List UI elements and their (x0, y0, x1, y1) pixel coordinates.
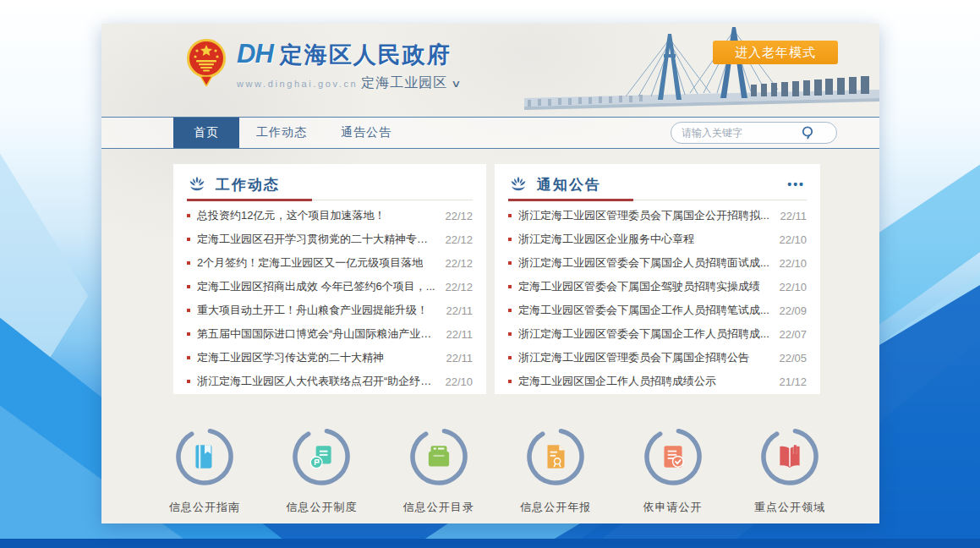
tab-announcements[interactable]: 通告公告 (324, 118, 408, 148)
panel-header: 工作动态 (187, 169, 473, 200)
list-item: 重大项目动土开工！舟山粮食产业园提能升级！ 22/11 (187, 299, 473, 322)
notice-list: 浙江定海工业园区管理委员会下属国企公开招聘拟... 22/11 浙江定海工业园区… (508, 204, 807, 393)
national-emblem-icon (186, 37, 227, 86)
tab-work-news[interactable]: 工作动态 (239, 118, 324, 148)
news-link[interactable]: 定海工业园区管委会下属国企工作人员招聘笔试成... (518, 303, 769, 318)
news-link[interactable]: 浙江定海工业园区管委会下属国企人员招聘面试成... (518, 255, 769, 271)
square-bullet-icon (508, 332, 512, 336)
site-logo[interactable]: DH 定海区人民政府 www.dinghai.gov.cn 定海工业园区 ∨ (237, 39, 460, 92)
news-link[interactable]: 浙江定海工业园区管理委员会下属国企公开招聘拟... (518, 208, 769, 223)
news-link[interactable]: 浙江定海工业园区企业服务中心章程 (518, 232, 694, 247)
square-bullet-icon (187, 285, 190, 288)
square-bullet-icon (187, 380, 190, 383)
list-item: 定海工业园区管委会下属国企驾驶员招聘实操成绩 22/10 (508, 275, 807, 299)
main-nav: 首页 工作动态 通告公告 (101, 117, 879, 149)
square-bullet-icon (508, 309, 512, 312)
news-link[interactable]: 定海工业园区招商出成效 今年已签约6个项目，... (197, 279, 435, 294)
lotus-icon (508, 175, 528, 194)
bg-bottom-strip (0, 539, 980, 548)
title-underline (187, 199, 312, 201)
search-input[interactable] (680, 126, 801, 140)
news-link[interactable]: 定海工业园区国企工作人员招聘成绩公示 (518, 374, 716, 389)
search-button[interactable] (801, 125, 816, 140)
square-bullet-icon (187, 261, 190, 265)
news-link[interactable]: 2个月签约！定海工业园区又一亿元级项目落地 (197, 255, 423, 271)
chevron-down-icon[interactable]: ∨ (451, 78, 461, 90)
quicklink-label: 信息公开指南 (169, 500, 240, 515)
title-underline (508, 199, 633, 201)
square-bullet-icon (187, 356, 190, 359)
news-date: 22/11 (437, 304, 473, 317)
news-link[interactable]: 定海工业园区学习传达党的二十大精神 (197, 350, 384, 365)
square-bullet-icon (187, 309, 190, 312)
list-item: 2个月签约！定海工业园区又一亿元级项目落地 22/12 (187, 251, 473, 275)
tab-home[interactable]: 首页 (173, 118, 239, 148)
news-date: 22/12 (436, 233, 473, 246)
square-bullet-icon (508, 214, 512, 217)
news-date: 22/12 (436, 257, 473, 270)
page-background: DH 定海区人民政府 www.dinghai.gov.cn 定海工业园区 ∨ 进… (0, 0, 980, 548)
subsite-selector[interactable]: 定海工业园区 (361, 74, 447, 92)
annual-report-icon (539, 441, 572, 473)
square-bullet-icon (508, 356, 512, 359)
more-button[interactable]: ••• (786, 178, 807, 190)
guide-book-icon (189, 441, 221, 473)
news-date: 22/07 (770, 328, 807, 341)
quicklinks-row: 信息公开指南 信息公开制度 (152, 425, 842, 515)
square-bullet-icon (187, 238, 190, 241)
list-item: 定海工业园区招商出成效 今年已签约6个项目，... 22/12 (187, 275, 473, 299)
dh-logo-icon: DH (237, 39, 273, 69)
quicklink-catalog[interactable]: 信息公开目录 (386, 425, 491, 515)
list-item: 浙江定海工业园区管委会下属国企人员招聘面试成... 22/10 (508, 251, 807, 275)
list-item: 浙江定海工业园区管理委员会下属国企公开招聘拟... 22/11 (508, 204, 807, 227)
news-date: 21/12 (770, 375, 807, 388)
bridge-illustration (524, 25, 879, 117)
quicklink-apply[interactable]: 依申请公开 (621, 425, 725, 515)
square-bullet-icon (187, 214, 190, 217)
section-title-notice: 通知公告 (537, 175, 601, 195)
square-bullet-icon (508, 261, 512, 265)
elder-mode-button[interactable]: 进入老年模式 (713, 41, 838, 64)
news-link[interactable]: 总投资约12亿元，这个项目加速落地！ (197, 208, 385, 223)
quicklink-key-areas[interactable]: 重点公开领域 (737, 425, 842, 515)
open-book-icon (774, 441, 806, 473)
list-item: 浙江定海工业园区管委会下属国企工作人员招聘成... 22/07 (508, 322, 807, 346)
list-item: 浙江定海工业园区人大代表联络点召开“助企纾困... 22/10 (187, 370, 473, 393)
system-doc-icon (305, 441, 337, 473)
quicklink-annual-report[interactable]: 信息公开年报 (503, 425, 608, 515)
section-title-work: 工作动态 (216, 175, 280, 195)
quicklink-label: 信息公开年报 (520, 500, 591, 515)
news-date: 22/10 (770, 233, 807, 246)
quicklink-label: 重点公开领域 (754, 500, 825, 515)
catalog-box-icon (423, 441, 455, 473)
list-item: 定海工业园区学习传达党的二十大精神 22/11 (187, 346, 473, 370)
apply-checklist-icon (657, 441, 689, 473)
list-item: 浙江定海工业园区管理委员会下属国企招聘公告 22/05 (508, 346, 807, 370)
news-date: 22/05 (770, 352, 807, 364)
news-link[interactable]: 定海工业园区召开学习贯彻党的二十大精神专题宣... (197, 232, 436, 247)
work-news-panel: 工作动态 总投资约12亿元，这个项目加速落地！ 22/12 定海工业园区召开学习… (173, 164, 486, 394)
news-link[interactable]: 浙江定海工业园区人大代表联络点召开“助企纾困... (197, 374, 436, 389)
lotus-icon (187, 175, 207, 194)
news-link[interactable]: 定海工业园区管委会下属国企驾驶员招聘实操成绩 (518, 279, 760, 294)
news-date: 22/10 (770, 281, 807, 293)
list-item: 定海工业园区国企工作人员招聘成绩公示 21/12 (508, 370, 807, 393)
quicklink-label: 信息公开制度 (286, 500, 357, 515)
news-link[interactable]: 浙江定海工业园区管委会下属国企工作人员招聘成... (518, 326, 769, 342)
square-bullet-icon (508, 380, 512, 383)
work-news-list: 总投资约12亿元，这个项目加速落地！ 22/12 定海工业园区召开学习贯彻党的二… (187, 204, 473, 393)
list-item: 第五届中国国际进口博览会“舟山国际粮油产业推... 22/11 (187, 322, 473, 346)
content-card: DH 定海区人民政府 www.dinghai.gov.cn 定海工业园区 ∨ 进… (101, 24, 879, 523)
list-item: 定海工业园区召开学习贯彻党的二十大精神专题宣... 22/12 (187, 227, 473, 251)
quicklink-guide[interactable]: 信息公开指南 (152, 425, 257, 515)
quicklink-system[interactable]: 信息公开制度 (269, 425, 374, 515)
news-link[interactable]: 浙江定海工业园区管理委员会下属国企招聘公告 (518, 350, 749, 365)
news-date: 22/11 (437, 352, 473, 364)
news-link[interactable]: 第五届中国国际进口博览会“舟山国际粮油产业推... (197, 326, 437, 342)
news-link[interactable]: 重大项目动土开工！舟山粮食产业园提能升级！ (197, 303, 428, 318)
panel-header: 通知公告 ••• (508, 169, 807, 200)
search-icon (801, 125, 816, 140)
news-date: 22/10 (770, 257, 807, 270)
quicklink-label: 信息公开目录 (403, 500, 474, 515)
square-bullet-icon (187, 332, 190, 336)
